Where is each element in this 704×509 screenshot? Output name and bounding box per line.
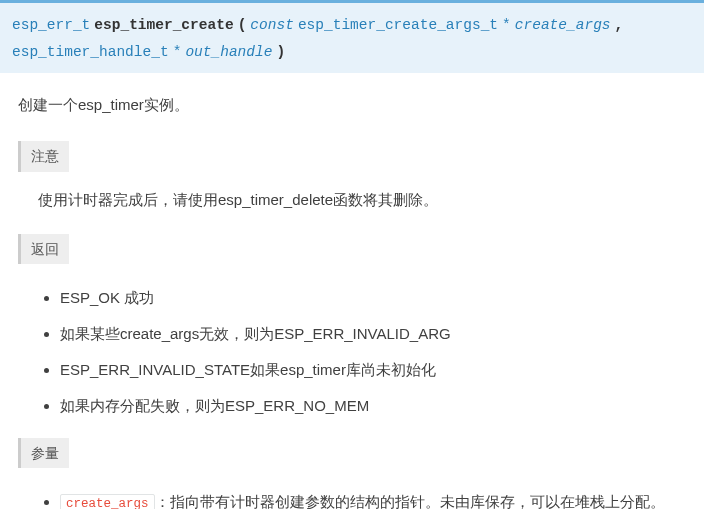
arg2-name: out_handle	[185, 44, 272, 60]
function-body: 创建一个esp_timer实例。 注意 使用计时器完成后，请使用esp_time…	[0, 73, 704, 509]
arg1-type[interactable]: esp_timer_create_args_t	[298, 17, 498, 33]
param-item: create_args：指向带有计时器创建参数的结构的指针。未由库保存，可以在堆…	[60, 490, 686, 509]
return-item: 如果内存分配失败，则为ESP_ERR_NO_MEM	[60, 394, 686, 418]
star: *	[173, 44, 182, 60]
const-keyword: const	[250, 17, 294, 33]
param-code: create_args	[60, 494, 155, 509]
function-description: 创建一个esp_timer实例。	[18, 93, 686, 117]
paren-open: (	[238, 17, 247, 33]
star: *	[502, 17, 511, 33]
arg1-name: create_args	[515, 17, 611, 33]
return-list: ESP_OK 成功 如果某些create_args无效，则为ESP_ERR_IN…	[38, 286, 686, 418]
note-label: 注意	[18, 141, 69, 171]
param-text: ：指向带有计时器创建参数的结构的指针。未由库保存，可以在堆栈上分配。	[155, 493, 665, 509]
return-type[interactable]: esp_err_t	[12, 17, 90, 33]
return-item: 如果某些create_args无效，则为ESP_ERR_INVALID_ARG	[60, 322, 686, 346]
comma: ,	[615, 17, 624, 33]
function-name: esp_timer_create	[94, 17, 233, 33]
params-list: create_args：指向带有计时器创建参数的结构的指针。未由库保存，可以在堆…	[38, 490, 686, 509]
arg2-type[interactable]: esp_timer_handle_t	[12, 44, 169, 60]
paren-close: )	[276, 44, 285, 60]
return-label: 返回	[18, 234, 69, 264]
params-label: 参量	[18, 438, 69, 468]
function-signature: esp_err_t esp_timer_create ( const esp_t…	[0, 0, 704, 73]
note-text: 使用计时器完成后，请使用esp_timer_delete函数将其删除。	[38, 188, 686, 212]
return-item: ESP_OK 成功	[60, 286, 686, 310]
return-item: ESP_ERR_INVALID_STATE如果esp_timer库尚未初始化	[60, 358, 686, 382]
